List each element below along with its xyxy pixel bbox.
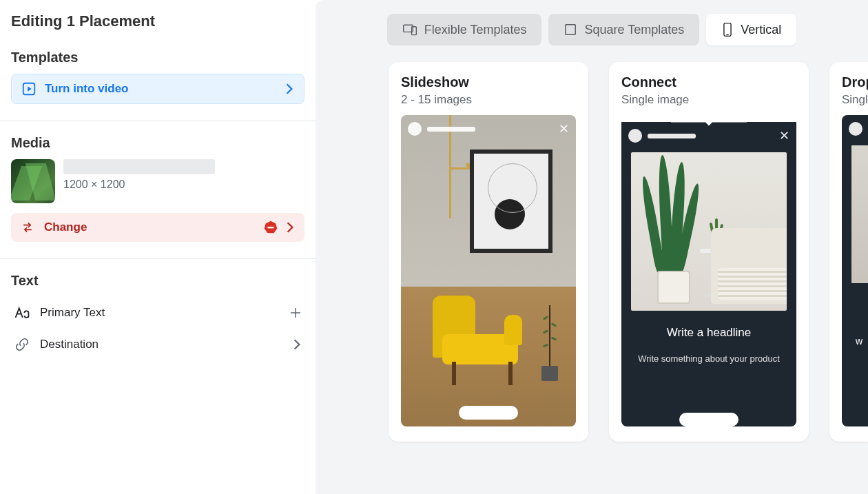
left-sidebar: Editing 1 Placement Templates Turn into … — [0, 0, 316, 494]
card-subtitle: Singl — [842, 93, 868, 107]
tab-square[interactable]: Square Templates — [548, 14, 699, 45]
link-icon — [14, 337, 30, 352]
svg-rect-6 — [724, 23, 731, 37]
templates-section-title: Templates — [11, 50, 304, 65]
divider-ornament — [671, 122, 747, 123]
template-card-slideshow[interactable]: Slideshow 2 - 15 images ✕ — [389, 62, 588, 442]
primary-text-button[interactable]: Primary Text — [11, 297, 304, 329]
turn-into-video-button[interactable]: Turn into video — [11, 74, 304, 104]
template-tabs: Flexible Templates Square Templates Vert… — [316, 0, 868, 45]
turn-into-video-label: Turn into video — [45, 82, 129, 96]
page-title: Editing 1 Placement — [11, 12, 304, 30]
tab-label: Square Templates — [584, 23, 684, 37]
avatar-placeholder-icon — [408, 122, 422, 136]
card-title: Slideshow — [401, 74, 576, 90]
svg-rect-2 — [267, 227, 273, 228]
template-gallery-panel: Flexible Templates Square Templates Vert… — [316, 0, 868, 494]
card-subtitle: 2 - 15 images — [401, 93, 576, 107]
devices-icon — [402, 23, 417, 37]
cta-pill-placeholder — [679, 413, 738, 426]
media-item: 1200 × 1200 — [11, 159, 304, 203]
tab-flexible[interactable]: Flexible Templates — [387, 14, 542, 45]
preview-body-fragment: w — [856, 336, 862, 347]
error-badge-icon — [263, 220, 278, 235]
media-section-title: Media — [11, 135, 304, 151]
username-placeholder — [427, 127, 475, 132]
text-section-title: Text — [11, 273, 304, 289]
chevron-right-icon — [292, 338, 302, 351]
phone-vertical-icon — [721, 22, 734, 37]
avatar-placeholder-icon — [849, 122, 862, 136]
card-subtitle: Single image — [621, 93, 796, 107]
username-placeholder — [648, 134, 696, 138]
plus-icon — [289, 307, 302, 319]
avatar-placeholder-icon — [628, 129, 642, 143]
close-icon: ✕ — [779, 130, 789, 142]
divider — [0, 258, 316, 259]
divider — [0, 121, 316, 121]
tab-vertical[interactable]: Vertical — [706, 14, 796, 45]
tab-label: Flexible Templates — [424, 23, 527, 37]
media-dimensions: 1200 × 1200 — [63, 178, 304, 191]
media-filename-redacted — [63, 159, 215, 174]
card-preview: w — [842, 115, 868, 426]
template-card-connect[interactable]: Connect Single image ✕ — [609, 62, 809, 442]
preview-subhead: Write something about your product — [621, 353, 796, 364]
card-title: Drop — [842, 74, 868, 90]
card-preview: ✕ — [621, 115, 796, 426]
close-icon: ✕ — [559, 123, 569, 135]
template-card-drop[interactable]: Drop Singl w — [829, 62, 868, 442]
cta-pill-placeholder — [459, 406, 518, 420]
card-title: Connect — [621, 74, 796, 90]
primary-text-label: Primary Text — [40, 306, 105, 320]
svg-rect-5 — [566, 25, 576, 35]
change-label: Change — [44, 220, 87, 234]
card-preview: ✕ — [401, 115, 576, 426]
tab-label: Vertical — [741, 23, 781, 37]
typography-icon — [14, 305, 30, 320]
destination-label: Destination — [40, 338, 99, 351]
play-video-icon — [21, 81, 37, 96]
destination-button[interactable]: Destination — [11, 329, 304, 360]
change-media-button[interactable]: Change — [11, 213, 304, 242]
square-icon — [564, 23, 577, 37]
svg-rect-4 — [411, 27, 416, 35]
swap-icon — [21, 220, 34, 234]
preview-headline: Write a headline — [621, 326, 796, 340]
chevron-right-icon — [285, 83, 294, 95]
media-thumbnail[interactable] — [11, 159, 55, 203]
chevron-right-icon — [285, 221, 295, 234]
template-cards: Slideshow 2 - 15 images ✕ — [316, 45, 868, 442]
